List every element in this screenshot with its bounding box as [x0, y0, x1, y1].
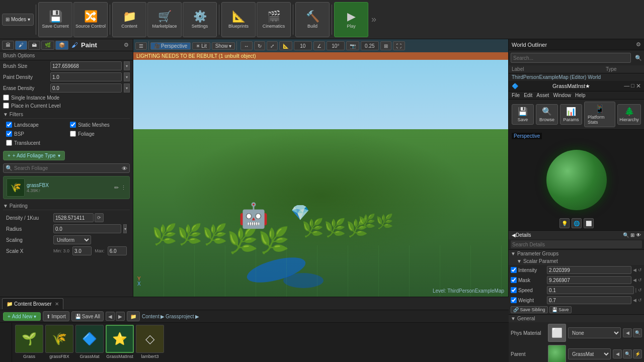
- foliage-view-icon[interactable]: 👁: [122, 165, 127, 171]
- nav-forward-btn[interactable]: ▶: [116, 312, 125, 321]
- camera-speed-icon[interactable]: 📷: [346, 41, 359, 50]
- modes-button[interactable]: ⊞ Modes ▾: [2, 14, 34, 26]
- gm-params-btn[interactable]: 📊 Params: [560, 104, 582, 125]
- outliner-search-icon[interactable]: 🔍: [635, 55, 642, 61]
- erase-density-spinner[interactable]: ▾: [124, 83, 130, 93]
- grassmat-menu-file[interactable]: File: [512, 93, 520, 98]
- weight-arrow-icon[interactable]: ◀: [633, 298, 636, 303]
- snap-icon[interactable]: 📐: [279, 41, 292, 50]
- translate-icon[interactable]: ↔: [240, 41, 253, 50]
- mask-arrow-icon[interactable]: ◀: [633, 278, 636, 283]
- grassmat-minimize-btn[interactable]: —: [624, 82, 629, 89]
- scale-icon[interactable]: ⤢: [267, 41, 278, 50]
- map-entry[interactable]: ThirdPersonExampleMap (Editor) World: [509, 73, 644, 81]
- paint-density-input[interactable]: [50, 72, 122, 81]
- param-groups-title[interactable]: ▼ Parameter Groups: [509, 250, 644, 257]
- details-search-icon[interactable]: 🔍: [623, 232, 629, 238]
- paint-settings-icon[interactable]: ⚙: [124, 42, 129, 48]
- toolbar-expand-icon[interactable]: »: [371, 14, 376, 25]
- place-mode-btn[interactable]: 🏛: [2, 41, 14, 50]
- fullscreen-icon[interactable]: ⛶: [393, 41, 405, 50]
- save-all-btn[interactable]: 💾 Save All: [71, 311, 104, 321]
- intensity-input[interactable]: [547, 266, 631, 274]
- density-input[interactable]: [53, 213, 94, 222]
- angle-snap-icon[interactable]: ∠: [313, 41, 325, 50]
- grassmat-close-btn[interactable]: ✕: [636, 82, 641, 89]
- mask-reset-icon[interactable]: ↺: [638, 278, 642, 283]
- scalar-param-title[interactable]: ▼ Scalar Paramet: [509, 257, 644, 265]
- geometry-mode-btn[interactable]: 📦: [55, 41, 68, 50]
- phys-material-search-icon[interactable]: 🔍: [633, 328, 642, 337]
- parent-search-icon[interactable]: 🔍: [623, 349, 632, 358]
- general-section-title[interactable]: ▼ General: [509, 315, 644, 322]
- preview-light-btn[interactable]: 💡: [559, 218, 570, 228]
- asset-grassmat[interactable]: 🔷 GrassMat: [75, 325, 104, 360]
- speed-reset-icon[interactable]: ↺: [638, 288, 642, 293]
- gm-hierarchy-btn[interactable]: 🌲 Hierarchy: [617, 104, 641, 125]
- static-meshes-checkbox[interactable]: [70, 122, 76, 128]
- lit-btn[interactable]: ☀ Lit: [192, 42, 210, 50]
- weight-reset-icon[interactable]: ↺: [638, 298, 642, 303]
- grassmat-menu-window[interactable]: Window: [553, 93, 571, 98]
- details-search-input[interactable]: [511, 240, 642, 248]
- grassmat-menu-asset[interactable]: Asset: [536, 93, 549, 98]
- blueprints-button[interactable]: 📐 Blueprints: [221, 2, 256, 37]
- play-button[interactable]: ▶ Play: [334, 2, 368, 37]
- marketplace-button[interactable]: 🛒 Marketplace: [147, 2, 182, 37]
- nav-back-btn[interactable]: ◀: [106, 312, 115, 321]
- breadcrumb-content[interactable]: Content: [142, 314, 159, 319]
- scale-x-max-input[interactable]: [108, 246, 127, 255]
- landscape-checkbox[interactable]: [6, 122, 12, 128]
- show-btn[interactable]: Show ▾: [212, 42, 235, 50]
- viewport-menu-btn[interactable]: ☰: [135, 42, 147, 50]
- parent-arrow-icon[interactable]: ◀: [613, 349, 622, 358]
- asset-lambert3[interactable]: ◇ lambert3: [136, 325, 164, 360]
- grassmat-menu-help[interactable]: Help: [575, 93, 586, 98]
- build-button[interactable]: 🔨 Build: [295, 2, 330, 37]
- gm-save-btn[interactable]: 💾 Save: [512, 104, 534, 125]
- parent-material-select[interactable]: GrassMat: [568, 348, 611, 359]
- weight-checkbox[interactable]: [511, 297, 517, 303]
- preview-env-btn[interactable]: 🌐: [572, 218, 582, 228]
- source-control-button[interactable]: 🔀 Source Control: [73, 2, 108, 37]
- outliner-settings-icon[interactable]: ⚙: [636, 41, 641, 48]
- density-distribute-icon[interactable]: ⟳: [95, 213, 104, 222]
- outliner-search-input[interactable]: [511, 53, 631, 63]
- phys-material-arrow-icon[interactable]: ◀: [623, 328, 632, 337]
- brush-size-spinner[interactable]: ▾: [124, 61, 130, 70]
- gm-details-save-btn[interactable]: 💾 Save: [549, 306, 572, 313]
- paint-mode-btn[interactable]: 🖌: [15, 41, 27, 50]
- brush-size-input[interactable]: [50, 61, 122, 70]
- grassmat-menu-edit[interactable]: Edit: [524, 93, 532, 98]
- weight-input[interactable]: [547, 296, 631, 304]
- import-btn[interactable]: ⬆ Import: [43, 311, 69, 321]
- add-new-btn[interactable]: + Add New ▾: [3, 312, 41, 321]
- intensity-reset-icon[interactable]: ↺: [638, 267, 642, 273]
- bsp-checkbox[interactable]: [6, 131, 12, 137]
- save-sibling-btn[interactable]: 🔗 Save Sibling: [511, 306, 548, 313]
- parent-browse-icon[interactable]: ⚡: [633, 349, 642, 358]
- foliage-search[interactable]: 🔍 👁: [3, 163, 130, 173]
- viewport-controls-icon[interactable]: ⊞: [380, 41, 391, 50]
- preview-bg-btn[interactable]: ⬜: [584, 218, 594, 228]
- mask-input[interactable]: [547, 276, 631, 284]
- radius-spinner[interactable]: ▾: [123, 224, 127, 233]
- asset-grassfbx[interactable]: 🌾 grassFBX: [45, 325, 73, 360]
- asset-grassmatinst[interactable]: ⭐ GrassMatInst: [106, 325, 134, 360]
- foliage-item-edit-icon[interactable]: ✏: [114, 185, 119, 191]
- details-search-bar[interactable]: [509, 239, 644, 250]
- mask-checkbox[interactable]: [511, 277, 517, 283]
- details-grid-icon[interactable]: ⊞: [630, 232, 634, 238]
- content-button[interactable]: 📁 Content: [112, 2, 146, 37]
- intensity-checkbox[interactable]: [511, 267, 517, 273]
- perspective-btn[interactable]: 🎥 Perspective: [150, 42, 191, 50]
- paint-header-icon[interactable]: 🖌: [71, 41, 78, 49]
- rotate-icon[interactable]: ↻: [254, 41, 265, 50]
- foliage-mode-btn[interactable]: 🌿: [41, 41, 54, 50]
- add-foliage-button[interactable]: + + Add Foliage Type ▾: [3, 151, 65, 160]
- settings-button[interactable]: ⚙️ Settings: [183, 2, 217, 37]
- content-browser-close-icon[interactable]: ✕: [55, 301, 59, 307]
- speed-input[interactable]: [547, 286, 634, 294]
- foliage-item-more-icon[interactable]: ⋮: [121, 185, 126, 191]
- translucent-checkbox[interactable]: [6, 140, 12, 146]
